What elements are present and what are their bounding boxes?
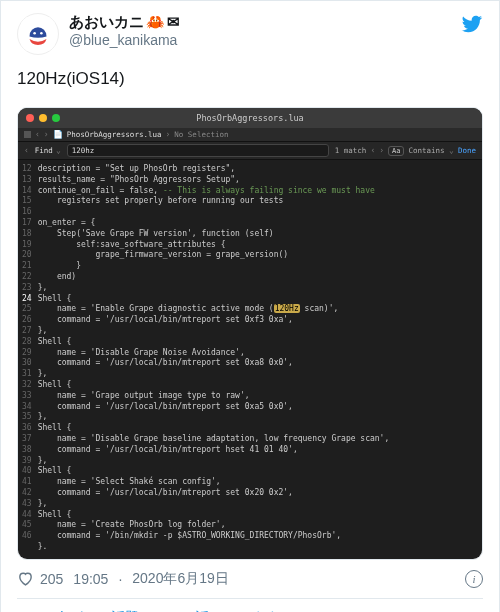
svg-point-2 [40,32,43,35]
tweet-time: 19:05 [73,571,108,587]
find-bar: ‹ Find⌄ 120hz 1 match ‹ › Aa Contains ⌄ … [18,142,482,160]
find-input[interactable]: 120hz [67,144,329,157]
minimize-dot-icon[interactable] [39,114,47,122]
tweet-date: 2020年6月19日 [132,570,229,588]
window-title: PhosOrbAggressors.lua [196,113,303,123]
envelope-icon: ✉ [167,13,180,32]
nav-square-icon[interactable] [24,131,31,138]
close-dot-icon[interactable] [26,114,34,122]
editor-tab-bar: ‹ › 📄 PhosOrbAggressors.lua › No Selecti… [18,128,482,142]
code-editor-window: PhosOrbAggressors.lua ‹ › 📄 PhosOrbAggre… [18,108,482,559]
zoom-dot-icon[interactable] [52,114,60,122]
tweet-text: 120Hz(iOS14) [17,69,483,89]
heart-icon [17,570,34,587]
chevron-right-icon[interactable]: › [44,130,49,139]
match-mode-text: Contains [408,146,444,155]
line-gutter: 1213141516171819202122232425262728293031… [18,164,38,553]
find-label-text: Find [35,146,53,155]
file-icon: 📄 [53,130,63,139]
avatar[interactable] [17,13,59,55]
twitter-logo-icon[interactable] [461,13,483,35]
window-titlebar: PhosOrbAggressors.lua [18,108,482,128]
crab-icon: 🦀 [146,13,165,32]
case-sensitive-toggle[interactable]: Aa [388,146,404,156]
tab-filename[interactable]: PhosOrbAggressors.lua [67,130,162,139]
display-name-text: あおいカニ [69,13,144,32]
match-count: 1 match [335,146,367,155]
find-dropdown-icon: ⌄ [56,146,61,155]
find-controls: 1 match ‹ › Aa Contains ⌄ Done [335,146,476,156]
prev-match-icon[interactable]: ‹ [370,146,375,155]
find-chevron-icon[interactable]: ‹ [24,146,29,155]
code-area: 1213141516171819202122232425262728293031… [18,160,482,559]
display-name[interactable]: あおいカニ 🦀 ✉ [69,13,451,32]
match-mode[interactable]: Contains ⌄ [408,146,453,155]
tweet-card: あおいカニ 🦀 ✉ @blue_kanikama 120Hz(iOS14) Ph… [0,0,500,612]
next-match-icon[interactable]: › [379,146,384,155]
info-icon[interactable]: i [465,570,483,588]
find-label[interactable]: Find⌄ [35,146,61,155]
breadcrumb-sep-icon: › [165,130,170,139]
chevron-left-icon[interactable]: ‹ [35,130,40,139]
match-mode-chevron-icon: ⌄ [449,146,454,155]
tweet-sep: · [118,571,122,587]
code-content[interactable]: description = "Set up PhosOrb registers"… [38,164,390,553]
breadcrumb-noselection: No Selection [174,130,228,139]
done-button[interactable]: Done [458,146,476,155]
avatar-image [21,17,55,51]
svg-point-1 [33,32,36,35]
tweet-footer: 205 19:05 · 2020年6月19日 i [17,570,483,588]
media-attachment[interactable]: PhosOrbAggressors.lua ‹ › 📄 PhosOrbAggre… [17,107,483,560]
find-input-value: 120hz [72,146,95,155]
like-count: 205 [40,571,63,587]
tweet-header: あおいカニ 🦀 ✉ @blue_kanikama [17,13,483,55]
user-handle[interactable]: @blue_kanikama [69,32,451,50]
conversation-link[interactable]: 25人がこの話題について話しています [17,598,483,612]
user-names: あおいカニ 🦀 ✉ @blue_kanikama [69,13,451,49]
like-button[interactable]: 205 [17,570,63,587]
